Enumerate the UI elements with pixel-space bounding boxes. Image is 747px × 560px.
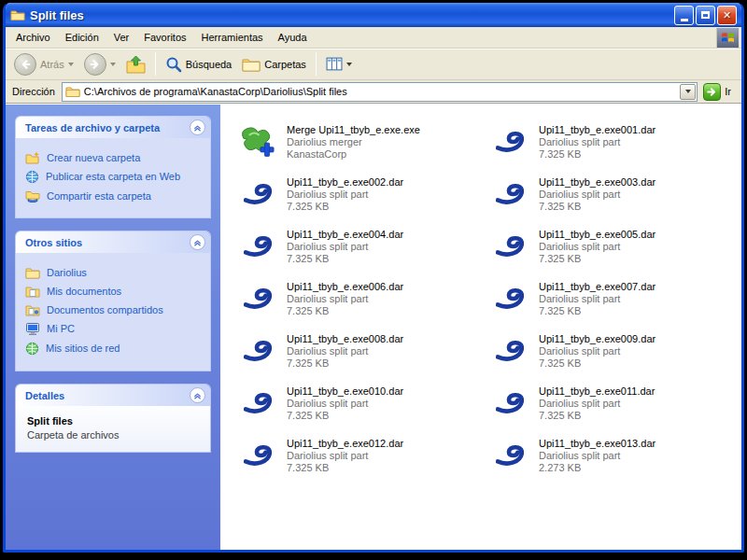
- new-folder-icon: [25, 151, 40, 164]
- address-dropdown-button[interactable]: [680, 84, 696, 100]
- file-tile[interactable]: Upi11_tbyb_e.exe002.dar Dariolius split …: [233, 168, 484, 220]
- file-text: Upi11_tbyb_e.exe002.dar Dariolius split …: [287, 176, 403, 213]
- folders-button[interactable]: Carpetas: [238, 51, 310, 77]
- file-tile[interactable]: Upi11_tbyb_e.exe001.dar Dariolius split …: [486, 116, 736, 168]
- search-button[interactable]: Búsqueda: [162, 51, 236, 77]
- panel-other-places-header[interactable]: Otros sitios: [16, 231, 210, 253]
- file-name[interactable]: Upi11_tbyb_e.exe001.dar: [539, 124, 655, 136]
- file-text: Upi11_tbyb_e.exe009.dar Dariolius split …: [539, 333, 655, 370]
- place-documentos-compartidos[interactable]: Documentos compartidos: [25, 303, 206, 316]
- file-name[interactable]: Upi11_tbyb_e.exe011.dar: [539, 385, 655, 398]
- place-label[interactable]: Documentos compartidos: [47, 304, 163, 316]
- file-name[interactable]: Upi11_tbyb_e.exe004.dar: [287, 229, 403, 241]
- file-icon: [237, 437, 278, 474]
- file-tile[interactable]: Upi11_tbyb_e.exe011.dar Dariolius split …: [486, 377, 736, 429]
- go-button[interactable]: Ir: [698, 83, 739, 101]
- file-name[interactable]: Merge Upi11_tbyb_e.exe.exe: [287, 124, 420, 136]
- place-mis-documentos[interactable]: Mis documentos: [25, 285, 206, 298]
- menu-archivo[interactable]: Archivo: [8, 29, 58, 46]
- place-mis-sitios-de-red[interactable]: Mis sitios de red: [25, 342, 206, 356]
- publish-web-icon: [25, 170, 39, 184]
- menu-favoritos[interactable]: Favoritos: [136, 29, 193, 46]
- folders-label: Carpetas: [264, 59, 306, 70]
- file-name[interactable]: Upi11_tbyb_e.exe002.dar: [287, 176, 403, 189]
- file-text: Upi11_tbyb_e.exe001.dar Dariolius split …: [539, 124, 655, 161]
- file-name[interactable]: Upi11_tbyb_e.exe008.dar: [287, 333, 403, 345]
- panel-details-header[interactable]: Detalles: [16, 385, 210, 406]
- place-label[interactable]: Mis sitios de red: [46, 343, 120, 355]
- collapse-chevron-icon[interactable]: [190, 119, 205, 135]
- task-publish-web[interactable]: Publicar esta carpeta en Web: [25, 170, 206, 184]
- address-path[interactable]: C:\Archivos de programa\KanastaCorp\Dari…: [84, 86, 676, 97]
- title-bar[interactable]: Split files ✕: [6, 3, 741, 27]
- file-description: Dariolius merger: [287, 136, 420, 148]
- windows-logo-icon: [716, 28, 739, 48]
- task-create-folder[interactable]: Crear nueva carpeta: [25, 151, 206, 164]
- minimize-button[interactable]: [674, 6, 694, 25]
- panel-file-tasks-header[interactable]: Tareas de archivo y carpeta: [16, 117, 210, 138]
- file-text: Merge Upi11_tbyb_e.exe.exe Dariolius mer…: [287, 124, 420, 161]
- task-pane: Tareas de archivo y carpeta Crear nueva …: [6, 105, 220, 550]
- file-list-area[interactable]: Merge Upi11_tbyb_e.exe.exe Dariolius mer…: [220, 105, 741, 550]
- file-name[interactable]: Upi11_tbyb_e.exe013.dar: [539, 438, 655, 450]
- file-icon: [237, 385, 278, 422]
- forward-dropdown-icon[interactable]: [110, 63, 116, 66]
- task-label[interactable]: Compartir esta carpeta: [47, 190, 151, 203]
- address-input[interactable]: C:\Archivos de programa\KanastaCorp\Dari…: [62, 82, 698, 102]
- file-tile[interactable]: Upi11_tbyb_e.exe009.dar Dariolius split …: [486, 325, 736, 377]
- menu-ayuda[interactable]: Ayuda: [271, 29, 315, 46]
- place-label[interactable]: Mi PC: [47, 323, 75, 335]
- close-button[interactable]: ✕: [717, 6, 737, 25]
- place-dariolius[interactable]: Dariolius: [25, 266, 206, 279]
- menu-herramientas[interactable]: Herramientas: [194, 29, 271, 46]
- views-dropdown-icon[interactable]: [346, 63, 352, 66]
- file-tile[interactable]: Upi11_tbyb_e.exe012.dar Dariolius split …: [233, 429, 484, 482]
- maximize-button[interactable]: [696, 6, 715, 25]
- collapse-chevron-icon[interactable]: [190, 387, 205, 403]
- file-tile[interactable]: Upi11_tbyb_e.exe003.dar Dariolius split …: [486, 168, 736, 220]
- dar-file-icon: [496, 340, 524, 362]
- place-mi-pc[interactable]: Mi PC: [25, 322, 206, 336]
- file-size: 7.325 KB: [539, 148, 655, 161]
- back-dropdown-icon[interactable]: [68, 63, 74, 66]
- folder-icon: [25, 266, 40, 279]
- file-tile[interactable]: Upi11_tbyb_e.exe004.dar Dariolius split …: [233, 220, 484, 273]
- task-share-folder[interactable]: Compartir esta carpeta: [25, 189, 206, 203]
- file-tile[interactable]: Upi11_tbyb_e.exe005.dar Dariolius split …: [486, 220, 736, 273]
- file-tile[interactable]: Merge Upi11_tbyb_e.exe.exe Dariolius mer…: [233, 116, 484, 168]
- panel-details-body: Split files Carpeta de archivos: [16, 406, 210, 452]
- task-label[interactable]: Crear nueva carpeta: [47, 152, 140, 164]
- file-name[interactable]: Upi11_tbyb_e.exe009.dar: [539, 333, 655, 345]
- panel-other-places-title: Otros sitios: [25, 237, 82, 248]
- file-name[interactable]: Upi11_tbyb_e.exe007.dar: [539, 281, 655, 293]
- forward-button[interactable]: [80, 51, 120, 77]
- collapse-chevron-icon[interactable]: [190, 234, 205, 250]
- file-description: Dariolius split part: [287, 450, 403, 462]
- file-description: Dariolius split part: [539, 450, 655, 462]
- file-name[interactable]: Upi11_tbyb_e.exe003.dar: [539, 176, 655, 189]
- file-tile[interactable]: Upi11_tbyb_e.exe010.dar Dariolius split …: [233, 377, 484, 429]
- address-bar: Dirección C:\Archivos de programa\Kanast…: [6, 80, 741, 104]
- file-tile[interactable]: Upi11_tbyb_e.exe006.dar Dariolius split …: [233, 273, 484, 325]
- file-name[interactable]: Upi11_tbyb_e.exe010.dar: [287, 385, 403, 398]
- dar-file-icon: [244, 287, 272, 310]
- place-label[interactable]: Mis documentos: [47, 286, 121, 298]
- file-description: Dariolius split part: [539, 241, 655, 253]
- menu-edicion[interactable]: Edición: [58, 29, 106, 46]
- file-tile[interactable]: Upi11_tbyb_e.exe008.dar Dariolius split …: [233, 325, 484, 377]
- file-name[interactable]: Upi11_tbyb_e.exe012.dar: [287, 438, 403, 450]
- views-button[interactable]: [322, 51, 356, 77]
- file-name[interactable]: Upi11_tbyb_e.exe006.dar: [287, 281, 403, 293]
- menu-ver[interactable]: Ver: [106, 29, 137, 46]
- place-label[interactable]: Dariolius: [47, 267, 87, 279]
- merge-app-icon: [238, 124, 277, 160]
- my-documents-icon: [25, 285, 40, 298]
- file-tile[interactable]: Upi11_tbyb_e.exe007.dar Dariolius split …: [486, 273, 736, 325]
- back-button[interactable]: Atrás: [10, 51, 78, 77]
- up-button[interactable]: [122, 51, 149, 77]
- task-label[interactable]: Publicar esta carpeta en Web: [46, 171, 180, 183]
- back-label: Atrás: [40, 59, 64, 70]
- file-name[interactable]: Upi11_tbyb_e.exe005.dar: [539, 229, 655, 241]
- file-size: KanastaCorp: [287, 148, 420, 161]
- file-tile[interactable]: Upi11_tbyb_e.exe013.dar Dariolius split …: [486, 429, 736, 482]
